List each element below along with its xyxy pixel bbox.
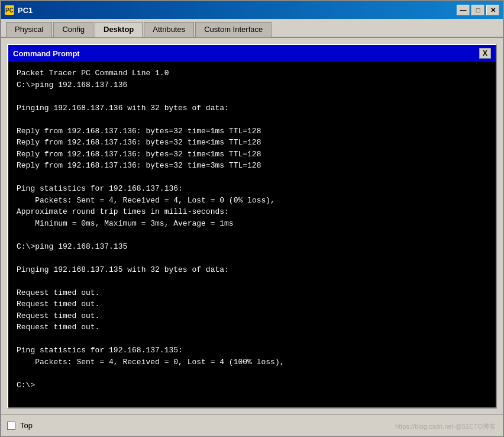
tab-physical[interactable]: Physical xyxy=(6,22,52,37)
command-prompt-window: Command Prompt X Packet Tracer PC Comman… xyxy=(7,44,497,409)
top-label: Top xyxy=(20,421,33,430)
main-content: Command Prompt X Packet Tracer PC Comman… xyxy=(1,38,503,414)
window-controls: — □ ✕ xyxy=(457,5,499,15)
window-icon: PC xyxy=(5,5,14,15)
top-checkbox[interactable] xyxy=(7,422,15,430)
cmd-title-bar: Command Prompt X xyxy=(8,45,496,62)
tab-desktop[interactable]: Desktop xyxy=(95,22,143,37)
title-bar: PC PC1 — □ ✕ xyxy=(1,1,503,19)
cmd-close-button[interactable]: X xyxy=(479,48,491,59)
tab-custom-interface[interactable]: Custom Interface xyxy=(195,22,272,37)
main-window: PC PC1 — □ ✕ Physical Config Desktop Att… xyxy=(0,0,504,437)
terminal-output: Packet Tracer PC Command Line 1.0 C:\>pi… xyxy=(17,68,487,391)
cmd-body[interactable]: Packet Tracer PC Command Line 1.0 C:\>pi… xyxy=(8,62,496,407)
tab-bar: Physical Config Desktop Attributes Custo… xyxy=(1,19,503,38)
minimize-button[interactable]: — xyxy=(457,5,470,15)
close-button[interactable]: ✕ xyxy=(486,5,499,15)
window-title: PC1 xyxy=(18,6,453,15)
maximize-button[interactable]: □ xyxy=(471,5,484,15)
watermark: https://blog.csdn.net @51CTO博客 xyxy=(395,422,496,431)
tab-attributes[interactable]: Attributes xyxy=(144,22,194,37)
cmd-title-text: Command Prompt xyxy=(13,49,80,58)
tab-config[interactable]: Config xyxy=(53,22,93,37)
